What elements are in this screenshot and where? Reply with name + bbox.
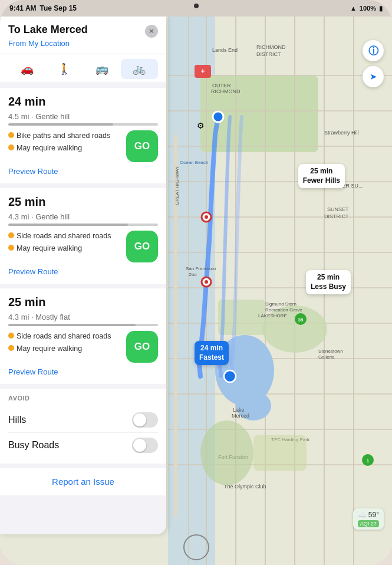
warning-dot xyxy=(8,232,14,238)
subtitle-prefix: From xyxy=(8,39,28,48)
warning-dot xyxy=(8,245,14,251)
route-1-warning-1: Bike paths and shared roads xyxy=(8,130,121,142)
toggle-hills-label: Hills xyxy=(8,415,26,425)
tab-bike[interactable]: 🚲 xyxy=(121,59,159,79)
svg-point-28 xyxy=(224,370,236,382)
avoid-section: AVOID Hills Busy Roads xyxy=(0,389,166,464)
route-2-preview-link[interactable]: Preview Route xyxy=(8,267,58,276)
time-display: 9:41 AM xyxy=(9,4,37,12)
route-2-go-button[interactable]: GO xyxy=(126,231,158,262)
avoid-label: AVOID xyxy=(8,395,158,402)
svg-text:OUTER: OUTER xyxy=(212,83,231,88)
camera-notch xyxy=(194,4,199,8)
svg-text:Recreation Grove: Recreation Grove xyxy=(265,307,302,313)
report-link-section: Report an Issue xyxy=(0,468,166,495)
toggle-busy-roads-label: Busy Roads xyxy=(8,440,59,451)
route-3-bar xyxy=(8,324,158,326)
subtitle-location: My Location xyxy=(28,39,70,48)
status-bar-right: ▲ 100% ▮ xyxy=(350,5,383,12)
tab-drive[interactable]: 🚗 xyxy=(8,59,46,79)
panel-title: To Lake Merced xyxy=(8,24,88,36)
tab-transit[interactable]: 🚌 xyxy=(83,59,121,79)
route-3-meta: 4.3 mi · Mostly flat xyxy=(8,313,158,321)
wifi-icon: ▲ xyxy=(350,5,357,12)
svg-text:Stonestown: Stonestown xyxy=(318,349,343,354)
map-label-fewer-hills: 25 minFewer Hills xyxy=(298,164,345,188)
svg-point-55 xyxy=(200,421,253,485)
aqi-badge: AQI 27 xyxy=(358,520,379,527)
route-3-preview-link[interactable]: Preview Route xyxy=(8,367,58,376)
svg-text:Lake: Lake xyxy=(233,407,245,413)
route-2-time: 25 min xyxy=(8,195,158,209)
route-3-time: 25 min xyxy=(8,295,158,309)
route-1-warnings: Bike paths and shared roads May require … xyxy=(8,130,121,155)
svg-text:⚙: ⚙ xyxy=(197,121,205,130)
svg-text:Galleria: Galleria xyxy=(318,354,335,360)
route-2-warning-2: May require walking xyxy=(8,243,121,254)
svg-rect-56 xyxy=(253,435,307,471)
svg-text:GREAT HIGHWAY: GREAT HIGHWAY xyxy=(174,166,180,205)
route-3-warning-2: May require walking xyxy=(8,343,121,354)
panel-header: To Lake Merced ✕ From My Location xyxy=(0,17,166,54)
route-3-warning-1: Side roads and shared roads xyxy=(8,331,121,342)
map-label-fastest: 24 minFastest xyxy=(195,341,229,365)
svg-text:DISTRICT: DISTRICT xyxy=(256,51,281,57)
transport-tabs: 🚗 🚶 🚌 🚲 xyxy=(0,54,166,83)
route-2-details: Side roads and shared roads May require … xyxy=(8,231,158,262)
svg-text:1: 1 xyxy=(367,458,370,464)
warning-dot xyxy=(8,333,14,339)
route-1-details: Bike paths and shared roads May require … xyxy=(8,130,158,162)
toggle-row-hills: Hills xyxy=(8,408,158,433)
svg-text:San Francisco: San Francisco xyxy=(186,266,216,271)
home-button[interactable] xyxy=(183,534,209,560)
svg-point-27 xyxy=(213,111,223,122)
svg-text:DISTRICT: DISTRICT xyxy=(324,213,349,219)
route-card-3: 25 min 4.3 mi · Mostly flat Side roads a… xyxy=(0,288,166,384)
route-1-time: 24 min xyxy=(8,95,158,109)
svg-text:Sigmund Stern: Sigmund Stern xyxy=(265,301,297,307)
status-bar: 9:41 AM Tue Sep 15 ▲ 100% ▮ xyxy=(0,0,392,17)
toggle-busy-roads[interactable] xyxy=(132,438,158,453)
warning-dot xyxy=(8,345,14,351)
toggle-hills[interactable] xyxy=(132,412,158,428)
svg-text:Ocean Beach: Ocean Beach xyxy=(180,160,208,165)
svg-text:Zoo: Zoo xyxy=(189,272,197,277)
route-2-warnings: Side roads and shared roads May require … xyxy=(8,231,121,255)
route-3-warnings: Side roads and shared roads May require … xyxy=(8,331,121,356)
svg-text:RICHMOND: RICHMOND xyxy=(211,88,241,94)
panel-title-row: To Lake Merced ✕ xyxy=(8,24,158,38)
weather-text: ☁️ 59° xyxy=(358,511,379,519)
route-3-go-button[interactable]: GO xyxy=(126,331,158,363)
route-1-meta: 4.5 mi · Gentle hill xyxy=(8,112,158,121)
svg-text:Lands End: Lands End xyxy=(212,47,238,53)
route-2-warning-1: Side roads and shared roads xyxy=(8,231,121,242)
svg-text:+: + xyxy=(200,67,205,75)
svg-point-58 xyxy=(205,280,208,284)
report-issue-link[interactable]: Report an Issue xyxy=(52,477,114,487)
warning-dot xyxy=(8,144,14,150)
svg-text:35: 35 xyxy=(298,317,304,323)
close-button[interactable]: ✕ xyxy=(145,25,158,38)
svg-point-25 xyxy=(262,306,327,353)
svg-text:SUNSET: SUNSET xyxy=(327,206,349,212)
svg-text:Strawberry Hill: Strawberry Hill xyxy=(324,130,359,136)
date-display: Tue Sep 15 xyxy=(40,4,77,12)
status-bar-left: 9:41 AM Tue Sep 15 xyxy=(9,4,77,12)
route-2-meta: 4.3 mi · Gentle hill xyxy=(8,212,158,221)
battery-icon: ▮ xyxy=(379,5,383,12)
route-1-bar xyxy=(8,123,158,126)
location-button[interactable]: ➤ xyxy=(363,66,384,87)
tab-walk[interactable]: 🚶 xyxy=(46,59,84,79)
route-3-details: Side roads and shared roads May require … xyxy=(8,331,158,363)
route-1-go-button[interactable]: GO xyxy=(126,130,158,162)
map-label-less-busy: 25 minLess Busy xyxy=(306,270,351,294)
weather-badge: ☁️ 59° AQI 27 xyxy=(353,508,384,530)
route-1-preview-link[interactable]: Preview Route xyxy=(8,167,58,176)
svg-text:Merced: Merced xyxy=(232,413,249,419)
route-card-1: 24 min 4.5 mi · Gentle hill Bike paths a… xyxy=(0,88,166,183)
battery-display: 100% xyxy=(360,5,376,12)
svg-point-60 xyxy=(205,215,208,219)
svg-text:LAKESHORE: LAKESHORE xyxy=(258,313,287,318)
toggle-row-busy-roads: Busy Roads xyxy=(8,433,158,458)
info-button[interactable]: ⓘ xyxy=(363,40,384,61)
